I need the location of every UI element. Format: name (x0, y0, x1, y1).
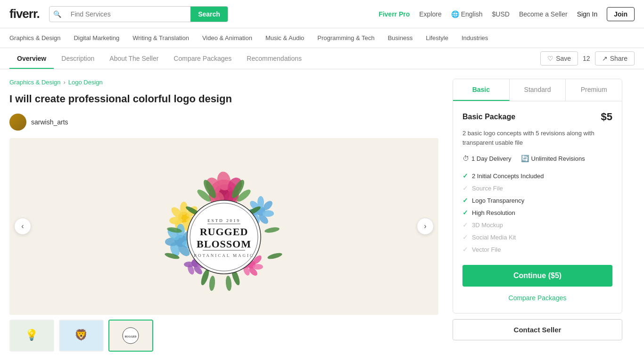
svg-text:ESTD  2019: ESTD 2019 (207, 218, 240, 223)
svg-point-15 (169, 217, 182, 224)
pkg-revisions-text: Unlimited Revisions (531, 155, 585, 162)
contact-seller-button[interactable]: Contact Seller (453, 319, 622, 340)
language-label: English (461, 10, 483, 18)
breadcrumb-parent[interactable]: Graphics & Design (9, 79, 60, 86)
feature-2: ✓ Source File (462, 182, 612, 194)
svg-point-31 (184, 262, 194, 267)
breadcrumb: Graphics & Design › Logo Design (9, 79, 438, 86)
thumbnail-1[interactable]: 💡 (9, 320, 54, 352)
search-bar: 🔍 Search (49, 6, 228, 22)
gig-title: I will create professional colorful logo… (9, 92, 438, 106)
thumbnail-2[interactable]: 🦁 (59, 320, 104, 352)
feat-cross-icon-6: ✓ (462, 233, 468, 241)
join-button[interactable]: Join (607, 7, 635, 21)
search-input[interactable] (65, 7, 190, 22)
explore-link[interactable]: Explore (419, 10, 441, 18)
cat-nav-video[interactable]: Video & Animation (202, 34, 252, 41)
feature-3: ✓ Logo Transparency (462, 194, 612, 206)
svg-text:BLOSSOM: BLOSSOM (197, 238, 251, 250)
feat-cross-icon-7: ✓ (462, 246, 468, 253)
pkg-tab-basic[interactable]: Basic (453, 79, 510, 101)
search-icon: 🔍 (50, 10, 65, 18)
category-nav: Graphics & Design Digital Marketing Writ… (0, 28, 644, 48)
seller-row: sarwish_arts (9, 114, 438, 131)
heart-icon: ♡ (547, 55, 553, 62)
cat-nav-digital[interactable]: Digital Marketing (74, 34, 119, 41)
thumbnail-3[interactable]: RUGGED (108, 320, 153, 352)
seller-name[interactable]: sarwish_arts (31, 118, 68, 126)
gallery-wrapper: ‹ (9, 138, 438, 352)
language-selector[interactable]: 🌐 English (451, 10, 483, 18)
cat-nav-writing[interactable]: Writing & Translation (132, 34, 189, 41)
svg-text:💡: 💡 (25, 328, 39, 341)
compare-packages-link[interactable]: Compare Packages (462, 292, 612, 304)
svg-text:🦁: 🦁 (74, 328, 88, 341)
save-count: 12 (583, 55, 590, 62)
currency-selector[interactable]: $USD (492, 10, 510, 18)
sign-in-link[interactable]: Sign In (577, 10, 598, 18)
feat-text-3: Logo Transparency (472, 197, 524, 204)
cat-nav-business[interactable]: Business (388, 34, 413, 41)
tab-overview[interactable]: Overview (9, 48, 54, 69)
pkg-revisions: 🔄 Unlimited Revisions (521, 155, 585, 162)
share-icon: ↗ (602, 55, 608, 62)
tabs-actions: ♡ Save 12 ↗ Share (540, 51, 635, 66)
logo-dot: . (37, 7, 40, 21)
svg-text:RUGGED: RUGGED (200, 226, 248, 238)
feat-text-6: Social Media Kit (472, 234, 516, 241)
left-column: Graphics & Design › Logo Design I will c… (9, 79, 438, 359)
gallery-next-button[interactable]: › (417, 218, 434, 235)
pkg-meta: ⏱ 1 Day Delivery 🔄 Unlimited Revisions (462, 155, 612, 162)
package-tabs: Basic Standard Premium (453, 79, 622, 101)
save-label: Save (556, 55, 571, 62)
tab-about-seller[interactable]: About The Seller (102, 48, 166, 69)
feature-4: ✓ High Resolution (462, 206, 612, 219)
clock-icon: ⏱ (462, 155, 469, 162)
tabs-bar: Overview Description About The Seller Co… (0, 48, 644, 69)
feature-1: ✓ 2 Initial Concepts Included (462, 170, 612, 182)
breadcrumb-current[interactable]: Logo Design (68, 79, 103, 86)
feat-check-icon-3: ✓ (462, 197, 468, 204)
pkg-tab-standard[interactable]: Standard (510, 79, 566, 101)
pkg-delivery: ⏱ 1 Day Delivery (462, 155, 512, 162)
feat-text-5: 3D Mockup (472, 222, 503, 229)
feat-text-2: Source File (472, 185, 503, 192)
gallery-image: ESTD 2019 RUGGED BLOSSOM BOTANICAL MAGIC (9, 138, 438, 315)
tab-description[interactable]: Description (54, 48, 102, 69)
feature-7: ✓ Vector File (462, 243, 612, 255)
pkg-header: Basic Package $5 (462, 111, 612, 123)
main-content: Graphics & Design › Logo Design I will c… (0, 69, 632, 362)
save-button[interactable]: ♡ Save (540, 51, 578, 66)
feature-5: ✓ 3D Mockup (462, 219, 612, 231)
pkg-delivery-text: 1 Day Delivery (471, 155, 512, 162)
cat-nav-industries[interactable]: Industries (462, 34, 488, 41)
continue-button[interactable]: Continue ($5) (462, 265, 612, 287)
tab-recommendations[interactable]: Recommendations (239, 48, 309, 69)
svg-text:RUGGED: RUGGED (125, 335, 137, 337)
pkg-name: Basic Package (462, 113, 515, 121)
cat-nav-graphics[interactable]: Graphics & Design (9, 34, 60, 41)
right-column: Basic Standard Premium Basic Package $5 … (453, 79, 622, 359)
search-button[interactable]: Search (190, 7, 228, 22)
cat-nav-music[interactable]: Music & Audio (265, 34, 304, 41)
feat-cross-icon-5: ✓ (462, 221, 468, 229)
cat-nav-lifestyle[interactable]: Lifestyle (426, 34, 448, 41)
header-nav: Fiverr Pro Explore 🌐 English $USD Become… (379, 7, 635, 21)
fiverr-pro-link[interactable]: Fiverr Pro (379, 10, 410, 18)
avatar (9, 114, 26, 131)
pkg-tab-premium[interactable]: Premium (566, 79, 622, 101)
share-button[interactable]: ↗ Share (595, 51, 635, 66)
become-seller-link[interactable]: Become a Seller (519, 10, 568, 18)
feat-text-7: Vector File (472, 246, 501, 253)
pkg-price: $5 (601, 111, 612, 123)
logo[interactable]: fiverr. (9, 7, 40, 21)
avatar-image (9, 114, 26, 131)
revisions-icon: 🔄 (521, 155, 529, 162)
share-label: Share (610, 55, 627, 62)
header: fiverr. 🔍 Search Fiverr Pro Explore 🌐 En… (0, 0, 644, 28)
feat-text-1: 2 Initial Concepts Included (472, 173, 544, 180)
globe-icon: 🌐 (451, 10, 459, 18)
tab-compare-packages[interactable]: Compare Packages (166, 48, 239, 69)
cat-nav-programming[interactable]: Programming & Tech (317, 34, 374, 41)
gallery-prev-button[interactable]: ‹ (14, 218, 31, 235)
